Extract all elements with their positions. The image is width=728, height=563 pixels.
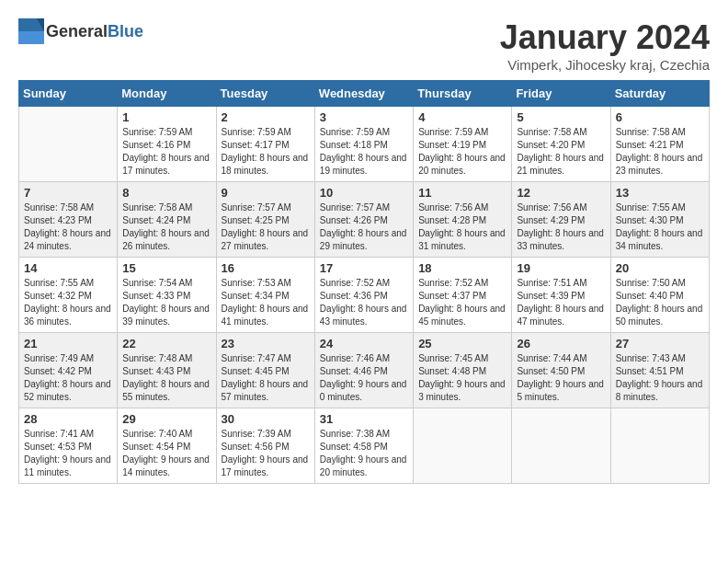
- calendar-cell: 14Sunrise: 7:55 AM Sunset: 4:32 PM Dayli…: [19, 258, 118, 333]
- day-info: Sunrise: 7:50 AM Sunset: 4:40 PM Dayligh…: [616, 277, 704, 328]
- day-number: 12: [517, 186, 605, 200]
- day-number: 7: [24, 186, 112, 200]
- col-wednesday: Wednesday: [314, 81, 413, 107]
- day-number: 18: [418, 261, 506, 275]
- day-info: Sunrise: 7:59 AM Sunset: 4:18 PM Dayligh…: [320, 126, 408, 178]
- calendar-table: Sunday Monday Tuesday Wednesday Thursday…: [18, 80, 710, 484]
- page-header: GeneralBlue January 2024 Vimperk, Jihoce…: [18, 18, 710, 73]
- day-info: Sunrise: 7:45 AM Sunset: 4:48 PM Dayligh…: [418, 352, 506, 404]
- calendar-cell: 25Sunrise: 7:45 AM Sunset: 4:48 PM Dayli…: [414, 333, 512, 408]
- calendar-week-row: 1Sunrise: 7:59 AM Sunset: 4:16 PM Daylig…: [19, 107, 710, 182]
- day-number: 19: [517, 261, 605, 275]
- title-section: January 2024 Vimperk, Jihocesky kraj, Cz…: [500, 18, 710, 73]
- day-info: Sunrise: 7:59 AM Sunset: 4:16 PM Dayligh…: [122, 126, 210, 178]
- calendar-cell: 12Sunrise: 7:56 AM Sunset: 4:29 PM Dayli…: [512, 182, 610, 258]
- calendar-cell: 11Sunrise: 7:56 AM Sunset: 4:28 PM Dayli…: [414, 182, 512, 258]
- day-number: 2: [222, 110, 310, 124]
- col-sunday: Sunday: [19, 81, 118, 107]
- calendar-cell: 28Sunrise: 7:41 AM Sunset: 4:53 PM Dayli…: [19, 408, 118, 484]
- day-number: 23: [222, 337, 310, 350]
- calendar-cell: 7Sunrise: 7:58 AM Sunset: 4:23 PM Daylig…: [19, 182, 118, 258]
- day-number: 14: [24, 261, 112, 275]
- day-info: Sunrise: 7:55 AM Sunset: 4:32 PM Dayligh…: [24, 277, 112, 328]
- calendar-week-row: 21Sunrise: 7:49 AM Sunset: 4:42 PM Dayli…: [19, 333, 710, 408]
- day-number: 27: [616, 337, 704, 350]
- calendar-cell: 1Sunrise: 7:59 AM Sunset: 4:16 PM Daylig…: [118, 107, 216, 182]
- calendar-cell: 17Sunrise: 7:52 AM Sunset: 4:36 PM Dayli…: [314, 258, 413, 333]
- day-info: Sunrise: 7:55 AM Sunset: 4:30 PM Dayligh…: [616, 201, 704, 253]
- day-info: Sunrise: 7:57 AM Sunset: 4:25 PM Dayligh…: [222, 201, 310, 253]
- day-info: Sunrise: 7:59 AM Sunset: 4:19 PM Dayligh…: [418, 126, 506, 178]
- calendar-cell: 3Sunrise: 7:59 AM Sunset: 4:18 PM Daylig…: [314, 107, 413, 182]
- calendar-cell: [19, 107, 118, 182]
- day-info: Sunrise: 7:57 AM Sunset: 4:26 PM Dayligh…: [320, 201, 408, 253]
- month-title: January 2024: [500, 18, 710, 57]
- calendar-cell: 30Sunrise: 7:39 AM Sunset: 4:56 PM Dayli…: [216, 408, 314, 484]
- day-info: Sunrise: 7:44 AM Sunset: 4:50 PM Dayligh…: [517, 352, 605, 404]
- calendar-cell: [414, 408, 512, 484]
- calendar-cell: [512, 408, 610, 484]
- day-info: Sunrise: 7:41 AM Sunset: 4:53 PM Dayligh…: [24, 428, 112, 479]
- location-subtitle: Vimperk, Jihocesky kraj, Czechia: [500, 57, 710, 73]
- day-info: Sunrise: 7:54 AM Sunset: 4:33 PM Dayligh…: [122, 277, 210, 328]
- calendar-cell: 22Sunrise: 7:48 AM Sunset: 4:43 PM Dayli…: [118, 333, 216, 408]
- calendar-cell: 10Sunrise: 7:57 AM Sunset: 4:26 PM Dayli…: [314, 182, 413, 258]
- day-number: 9: [222, 186, 310, 200]
- calendar-cell: 15Sunrise: 7:54 AM Sunset: 4:33 PM Dayli…: [118, 258, 216, 333]
- day-number: 4: [418, 110, 506, 124]
- col-monday: Monday: [118, 81, 216, 107]
- day-number: 26: [517, 337, 605, 350]
- day-number: 15: [122, 261, 210, 275]
- day-number: 31: [320, 412, 408, 426]
- day-info: Sunrise: 7:46 AM Sunset: 4:46 PM Dayligh…: [320, 352, 408, 404]
- col-tuesday: Tuesday: [216, 81, 314, 107]
- day-info: Sunrise: 7:43 AM Sunset: 4:51 PM Dayligh…: [616, 352, 704, 404]
- day-info: Sunrise: 7:40 AM Sunset: 4:54 PM Dayligh…: [122, 428, 210, 479]
- calendar-cell: 27Sunrise: 7:43 AM Sunset: 4:51 PM Dayli…: [610, 333, 709, 408]
- calendar-cell: 31Sunrise: 7:38 AM Sunset: 4:58 PM Dayli…: [314, 408, 413, 484]
- logo-icon: [18, 18, 44, 44]
- day-info: Sunrise: 7:47 AM Sunset: 4:45 PM Dayligh…: [222, 352, 310, 404]
- calendar-week-row: 7Sunrise: 7:58 AM Sunset: 4:23 PM Daylig…: [19, 182, 710, 258]
- day-info: Sunrise: 7:56 AM Sunset: 4:28 PM Dayligh…: [418, 201, 506, 253]
- day-info: Sunrise: 7:39 AM Sunset: 4:56 PM Dayligh…: [222, 428, 310, 479]
- col-thursday: Thursday: [414, 81, 512, 107]
- day-info: Sunrise: 7:58 AM Sunset: 4:21 PM Dayligh…: [616, 126, 704, 178]
- logo-text-blue: Blue: [108, 22, 143, 40]
- day-number: 29: [122, 412, 210, 426]
- day-number: 16: [222, 261, 310, 275]
- day-number: 20: [616, 261, 704, 275]
- calendar-cell: 21Sunrise: 7:49 AM Sunset: 4:42 PM Dayli…: [19, 333, 118, 408]
- calendar-cell: 23Sunrise: 7:47 AM Sunset: 4:45 PM Dayli…: [216, 333, 314, 408]
- day-number: 13: [616, 186, 704, 200]
- calendar-cell: 18Sunrise: 7:52 AM Sunset: 4:37 PM Dayli…: [414, 258, 512, 333]
- calendar-cell: 20Sunrise: 7:50 AM Sunset: 4:40 PM Dayli…: [610, 258, 709, 333]
- calendar-cell: 26Sunrise: 7:44 AM Sunset: 4:50 PM Dayli…: [512, 333, 610, 408]
- calendar-cell: 2Sunrise: 7:59 AM Sunset: 4:17 PM Daylig…: [216, 107, 314, 182]
- day-info: Sunrise: 7:49 AM Sunset: 4:42 PM Dayligh…: [24, 352, 112, 404]
- day-number: 28: [24, 412, 112, 426]
- day-info: Sunrise: 7:53 AM Sunset: 4:34 PM Dayligh…: [222, 277, 310, 328]
- calendar-header-row: Sunday Monday Tuesday Wednesday Thursday…: [19, 81, 710, 107]
- day-number: 25: [418, 337, 506, 350]
- day-info: Sunrise: 7:56 AM Sunset: 4:29 PM Dayligh…: [517, 201, 605, 253]
- col-friday: Friday: [512, 81, 610, 107]
- day-number: 30: [222, 412, 310, 426]
- day-info: Sunrise: 7:38 AM Sunset: 4:58 PM Dayligh…: [320, 428, 408, 479]
- calendar-cell: 16Sunrise: 7:53 AM Sunset: 4:34 PM Dayli…: [216, 258, 314, 333]
- calendar-cell: 9Sunrise: 7:57 AM Sunset: 4:25 PM Daylig…: [216, 182, 314, 258]
- day-number: 6: [616, 110, 704, 124]
- day-info: Sunrise: 7:51 AM Sunset: 4:39 PM Dayligh…: [517, 277, 605, 328]
- svg-rect-1: [18, 31, 44, 44]
- day-number: 8: [122, 186, 210, 200]
- day-info: Sunrise: 7:48 AM Sunset: 4:43 PM Dayligh…: [122, 352, 210, 404]
- calendar-cell: 13Sunrise: 7:55 AM Sunset: 4:30 PM Dayli…: [610, 182, 709, 258]
- day-number: 10: [320, 186, 408, 200]
- calendar-week-row: 28Sunrise: 7:41 AM Sunset: 4:53 PM Dayli…: [19, 408, 710, 484]
- day-number: 24: [320, 337, 408, 350]
- calendar-cell: 4Sunrise: 7:59 AM Sunset: 4:19 PM Daylig…: [414, 107, 512, 182]
- calendar-week-row: 14Sunrise: 7:55 AM Sunset: 4:32 PM Dayli…: [19, 258, 710, 333]
- calendar-cell: [610, 408, 709, 484]
- day-info: Sunrise: 7:52 AM Sunset: 4:37 PM Dayligh…: [418, 277, 506, 328]
- col-saturday: Saturday: [610, 81, 709, 107]
